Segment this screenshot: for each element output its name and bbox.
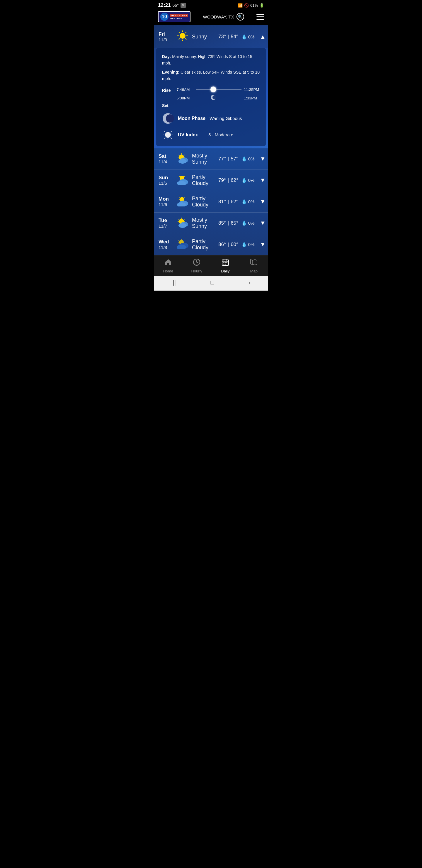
app-header: 10 FIRST ALERT WEATHER WOODWAY, TX 🔍 xyxy=(154,9,268,25)
wed-condition: PartlyCloudy xyxy=(192,239,216,251)
expand-chevron-icon[interactable]: ▲ xyxy=(260,33,266,40)
sun-precip-value: 0% xyxy=(248,178,255,183)
wed-expand-icon[interactable]: ▼ xyxy=(260,241,266,248)
evening-label-bold: Evening: xyxy=(162,70,180,74)
wed-temps: 86° | 60° xyxy=(218,242,238,248)
close-icon[interactable]: ✕ xyxy=(181,3,186,8)
forecast-row-sun[interactable]: Sun 11/5 PartlyCloudy 79° xyxy=(154,170,268,191)
evening-forecast: Evening: Clear skies. Low 54F. Winds SSE… xyxy=(162,69,260,82)
svg-rect-73 xyxy=(225,264,226,265)
back-button[interactable]: ‹ xyxy=(249,279,251,286)
forecast-row-sat[interactable]: Sat 11/4 xyxy=(154,148,268,170)
svg-line-5 xyxy=(179,32,180,33)
forecast-row-wed[interactable]: Wed 11/8 PartlyCloudy 86° | xyxy=(154,234,268,255)
forecast-row-mon[interactable]: Mon 11/6 PartlyCloudy 81° xyxy=(154,191,268,213)
svg-line-57 xyxy=(178,240,180,241)
wed-precip: 💧 0% xyxy=(241,242,256,247)
svg-point-0 xyxy=(180,33,186,39)
logo-line2: WEATHER xyxy=(170,17,188,20)
calendar-icon xyxy=(222,258,229,268)
precip-drop-icon: 💧 xyxy=(241,156,247,162)
search-button[interactable]: 🔍 xyxy=(236,13,244,21)
moon-phase-icon xyxy=(162,113,174,124)
wed-precip-value: 0% xyxy=(248,242,255,247)
sun-temps: 79° | 62° xyxy=(218,178,238,183)
map-icon xyxy=(250,258,258,268)
hamburger-line xyxy=(256,14,264,15)
tue-high: 85° xyxy=(218,220,226,226)
today-precip-value: 0% xyxy=(248,34,255,39)
wed-high: 86° xyxy=(218,242,226,248)
svg-point-54 xyxy=(178,223,187,228)
svg-rect-71 xyxy=(226,262,227,263)
tue-precip-value: 0% xyxy=(248,220,255,225)
sat-precip-value: 0% xyxy=(248,156,255,161)
menu-button[interactable] xyxy=(256,14,264,20)
sat-weather-icon xyxy=(176,153,189,165)
sun-date: 11/5 xyxy=(159,181,173,186)
status-temp: 66° xyxy=(172,3,178,8)
nav-home-label: Home xyxy=(163,269,173,273)
precip-drop-icon: 💧 xyxy=(241,178,247,183)
day-forecast-text: Mainly sunny. High 73F. Winds S at 10 to… xyxy=(162,54,252,65)
today-row[interactable]: Fri 11/3 Sunny 73° | xyxy=(154,25,268,48)
svg-line-18 xyxy=(164,131,165,132)
sat-label: Sat 11/4 xyxy=(159,153,173,164)
moon-phase-row: Moon Phase Waning Gibbous xyxy=(162,113,260,124)
no-entry-icon: 🚫 xyxy=(244,3,249,8)
forecast-row-tue[interactable]: Tue 11/7 Mostl xyxy=(154,213,268,234)
svg-point-13 xyxy=(165,132,171,138)
nav-home[interactable]: Home xyxy=(159,258,177,273)
tue-expand-icon[interactable]: ▼ xyxy=(260,220,266,226)
tue-label: Tue 11/7 xyxy=(159,218,173,228)
status-time: 12:21 xyxy=(158,2,170,8)
sun-expand-icon[interactable]: ▼ xyxy=(260,177,266,184)
nav-map[interactable]: Map xyxy=(245,258,263,273)
nav-hourly-label: Hourly xyxy=(191,269,202,273)
nav-hourly[interactable]: Hourly xyxy=(188,258,205,273)
mon-date: 11/6 xyxy=(159,202,173,207)
tue-date: 11/7 xyxy=(159,223,173,228)
svg-line-29 xyxy=(184,155,185,156)
tue-low: 65° xyxy=(231,220,238,226)
clock-icon xyxy=(193,258,200,268)
svg-rect-70 xyxy=(225,262,226,263)
today-label: Fri 11/3 xyxy=(159,31,173,42)
status-bar: 12:21 66° ✕ 📶 🚫 61% 🔋 xyxy=(154,0,268,9)
sat-precip: 💧 0% xyxy=(241,156,256,162)
sat-temps: 77° | 57° xyxy=(218,156,238,162)
mon-day-name: Mon xyxy=(159,196,173,202)
set-label: Set xyxy=(162,103,171,108)
moon-phase-value: Waning Gibbous xyxy=(209,116,242,121)
tue-precip: 💧 0% xyxy=(241,220,256,226)
sun-condition: PartlyCloudy xyxy=(192,174,216,186)
svg-line-6 xyxy=(185,38,186,39)
sun-rise-time: 7:46AM xyxy=(177,87,194,92)
hamburger-line xyxy=(256,17,264,17)
wed-day-name: Wed xyxy=(159,239,173,245)
sun-weather-icon xyxy=(176,174,189,187)
sun-high: 79° xyxy=(218,178,226,183)
uv-index-row: UV Index 5 - Moderate xyxy=(162,129,260,141)
home-button[interactable]: □ xyxy=(210,279,214,286)
bottom-navigation: Home Hourly Dai xyxy=(154,255,268,276)
tue-weather-icon xyxy=(176,217,189,229)
separator: | xyxy=(228,34,229,39)
sat-day-name: Sat xyxy=(159,153,173,159)
app-logo[interactable]: 10 FIRST ALERT WEATHER xyxy=(158,11,191,22)
today-temps: 73° | 54° xyxy=(218,34,238,39)
wed-low: 60° xyxy=(231,242,238,248)
day-label-bold: Day: xyxy=(162,54,171,59)
moon-phase-label: Moon Phase xyxy=(178,116,205,121)
nav-daily[interactable]: Daily xyxy=(217,258,234,273)
sat-expand-icon[interactable]: ▼ xyxy=(260,155,266,162)
tue-day-name: Tue xyxy=(159,218,173,223)
today-condition: Sunny xyxy=(192,34,216,40)
status-right: 📶 🚫 61% 🔋 xyxy=(238,3,264,8)
sat-high: 77° xyxy=(218,156,226,162)
logo-star-icon: 10 xyxy=(160,12,168,21)
today-detail-panel: Day: Mainly sunny. High 73F. Winds S at … xyxy=(156,48,266,146)
mon-expand-icon[interactable]: ▼ xyxy=(260,198,266,205)
recent-apps-button[interactable]: ||| xyxy=(171,279,176,286)
precip-drop-icon: 💧 xyxy=(241,220,247,226)
